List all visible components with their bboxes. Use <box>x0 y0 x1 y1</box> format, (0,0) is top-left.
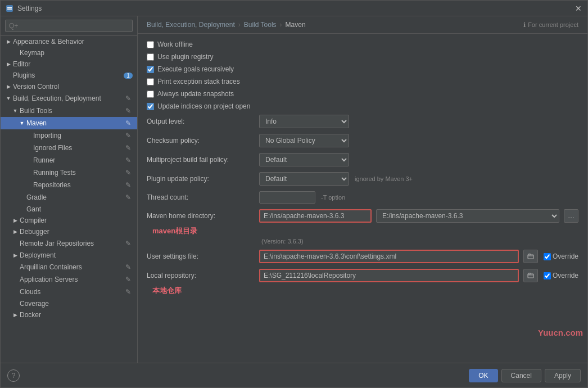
main-content: ▶ Appearance & Behavior ▶ Keymap ▶ Edito… <box>1 16 587 363</box>
checkbox-plugin-registry: Use plugin registry <box>147 53 578 61</box>
always-update-checkbox[interactable] <box>147 91 154 98</box>
sidebar-item-coverage[interactable]: ▶ Coverage <box>1 298 137 309</box>
edit-icon: ✎ <box>124 287 133 296</box>
edit-icon: ✎ <box>124 131 133 140</box>
maven-home-select[interactable]: E:/ins/apache-maven-3.6.3 <box>376 209 559 223</box>
bottom-bar: ? OK Cancel Apply <box>1 363 587 387</box>
sidebar-item-running-tests[interactable]: ▶ Running Tests ✎ <box>1 166 137 179</box>
user-settings-browse-btn[interactable] <box>523 250 538 263</box>
sidebar-item-ignored-files[interactable]: ▶ Ignored Files ✎ <box>1 142 137 154</box>
thread-count-input[interactable] <box>259 191 315 204</box>
expand-arrow: ▶ <box>12 217 19 224</box>
sidebar-item-deployment[interactable]: ▶ Deployment <box>1 250 137 261</box>
sidebar-item-build-tools[interactable]: ▼ Build Tools ✎ <box>1 105 137 117</box>
output-level-row: Output level: Info Debug Warn Error <box>147 115 578 128</box>
output-level-select[interactable]: Info Debug Warn Error <box>259 115 349 128</box>
search-input[interactable] <box>5 20 133 32</box>
plugin-update-policy-label: Plugin update policy: <box>147 175 259 183</box>
sidebar-item-arquillian[interactable]: ▶ Arquillian Containers ✎ <box>1 261 137 273</box>
expand-arrow: ▼ <box>5 95 12 102</box>
sidebar-item-version-control[interactable]: ▶ Version Control <box>1 81 137 92</box>
sidebar-item-debugger[interactable]: ▶ Debugger <box>1 226 137 237</box>
breadcrumb: Build, Execution, Deployment › Build Too… <box>138 16 587 34</box>
expand-arrow: ▶ <box>5 38 12 45</box>
sidebar-item-maven[interactable]: ▼ Maven ✎ <box>1 117 137 129</box>
execute-goals-label: Execute goals recursively <box>157 65 234 73</box>
sidebar-item-runner[interactable]: ▶ Runner ✎ <box>1 154 137 166</box>
breadcrumb-note: ℹ For current project <box>523 21 578 29</box>
use-plugin-registry-label: Use plugin registry <box>157 53 213 61</box>
local-repository-browse-btn[interactable] <box>523 269 538 282</box>
sidebar-item-build-exec[interactable]: ▼ Build, Execution, Deployment ✎ <box>1 92 137 105</box>
maven-home-annotation: maven根目录 <box>152 226 578 236</box>
edit-icon: ✎ <box>124 156 133 165</box>
edit-icon: ✎ <box>124 94 133 103</box>
breadcrumb-sep2: › <box>280 21 282 29</box>
work-offline-label: Work offline <box>157 40 193 48</box>
output-level-label: Output level: <box>147 118 259 125</box>
print-exception-checkbox[interactable] <box>147 78 154 85</box>
local-repository-label: Local repository: <box>147 272 259 279</box>
breadcrumb-maven: Maven <box>286 21 306 29</box>
svg-rect-2 <box>7 8 12 10</box>
maven-home-browse-btn[interactable]: … <box>564 209 578 223</box>
sidebar-item-appearance[interactable]: ▶ Appearance & Behavior <box>1 36 137 47</box>
sidebar-item-docker[interactable]: ▶ Docker <box>1 309 137 321</box>
edit-icon: ✎ <box>124 119 133 128</box>
multiproject-policy-select[interactable]: Default Never After At End Always <box>259 153 349 166</box>
maven-version-note: (Version: 3.6.3) <box>259 237 578 245</box>
work-offline-checkbox[interactable] <box>147 41 154 48</box>
edit-icon: ✎ <box>124 263 133 272</box>
sidebar-item-repositories[interactable]: ▶ Repositories ✎ <box>1 179 137 191</box>
maven-home-input[interactable] <box>259 209 372 223</box>
sidebar-item-clouds[interactable]: ▶ Clouds ✎ <box>1 286 137 298</box>
plugin-update-policy-select[interactable]: Default Always Daily Interval Never <box>259 172 349 186</box>
cancel-button[interactable]: Cancel <box>501 369 541 382</box>
sidebar-item-plugins[interactable]: ▶ Plugins 1 <box>1 70 137 81</box>
local-repository-input[interactable] <box>259 269 519 282</box>
local-repository-annotation: 本地仓库 <box>152 286 578 296</box>
thread-count-label: Thread count: <box>147 193 259 201</box>
edit-icon: ✎ <box>124 181 133 190</box>
sidebar-item-compiler[interactable]: ▶ Compiler <box>1 215 137 226</box>
sidebar-item-importing[interactable]: ▶ Importing ✎ <box>1 129 137 142</box>
maven-home-row: Maven home directory: E:/ins/apache-mave… <box>147 209 578 223</box>
sidebar-item-app-servers[interactable]: ▶ Application Servers ✎ <box>1 273 137 286</box>
update-indices-checkbox[interactable] <box>147 103 154 110</box>
checksum-policy-control: No Global Policy Ignore Warn Fail <box>259 134 578 147</box>
sidebar-item-gant[interactable]: ▶ Gant <box>1 204 137 215</box>
checksum-policy-select[interactable]: No Global Policy Ignore Warn Fail <box>259 134 349 147</box>
sidebar-item-gradle[interactable]: ▶ Gradle ✎ <box>1 191 137 204</box>
expand-arrow: ▶ <box>12 252 19 259</box>
sidebar-item-keymap[interactable]: ▶ Keymap <box>1 47 137 58</box>
svg-rect-0 <box>6 5 13 12</box>
local-repository-control: Override <box>259 269 578 282</box>
breadcrumb-build-tools: Build Tools <box>244 21 277 29</box>
sidebar-item-remote-jar[interactable]: ▶ Remote Jar Repositories ✎ <box>1 237 137 250</box>
checkbox-work-offline: Work offline <box>147 40 578 48</box>
local-repository-override-checkbox[interactable] <box>544 272 551 279</box>
multiproject-policy-row: Multiproject build fail policy: Default … <box>147 153 578 166</box>
edit-icon: ✎ <box>124 193 133 202</box>
user-settings-row: User settings file: Override <box>147 250 578 263</box>
user-settings-input[interactable] <box>259 250 519 263</box>
use-plugin-registry-checkbox[interactable] <box>147 53 154 61</box>
user-settings-override-checkbox[interactable] <box>544 253 551 260</box>
maven-home-label: Maven home directory: <box>147 212 259 220</box>
app-icon <box>5 4 14 13</box>
info-icon: ℹ <box>523 21 526 29</box>
execute-goals-checkbox[interactable] <box>147 66 154 73</box>
always-update-label: Always update snapshots <box>157 90 234 98</box>
help-button[interactable]: ? <box>7 369 20 382</box>
sidebar-item-editor[interactable]: ▶ Editor <box>1 58 137 70</box>
close-btn[interactable]: ✕ <box>574 4 583 13</box>
edit-icon: ✎ <box>124 239 133 248</box>
user-settings-control: Override <box>259 250 578 263</box>
print-exception-label: Print exception stack traces <box>157 78 240 85</box>
update-indices-label: Update indices on project open <box>157 102 250 110</box>
apply-button[interactable]: Apply <box>545 369 581 382</box>
edit-icon: ✎ <box>124 143 133 152</box>
expand-arrow: ▼ <box>12 107 19 114</box>
ok-button[interactable]: OK <box>469 369 497 382</box>
expand-arrow: ▶ <box>5 61 12 67</box>
